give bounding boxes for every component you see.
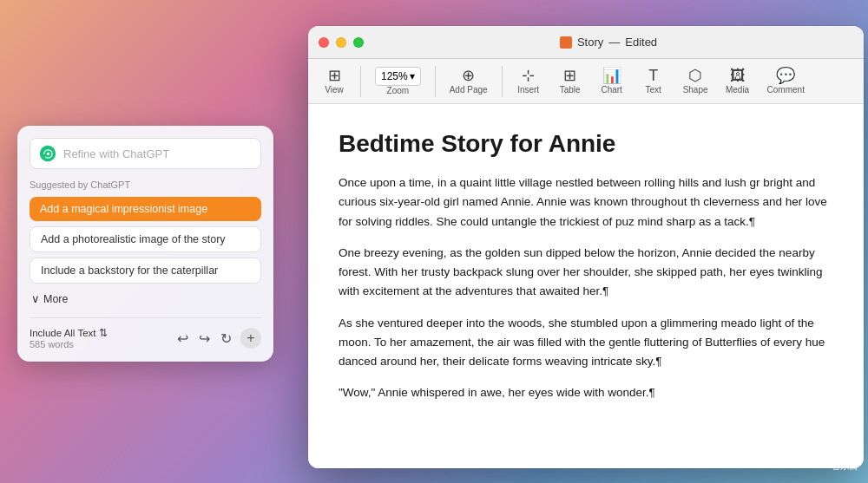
- insert-icon: ⊹: [522, 68, 535, 83]
- shape-icon: ⬡: [688, 68, 702, 83]
- add-icon: +: [247, 330, 254, 346]
- insert-button[interactable]: ⊹ Insert: [510, 64, 548, 98]
- undo-icon: ↩: [177, 330, 188, 347]
- chatgpt-input-row[interactable]: Refine with ChatGPT: [30, 138, 261, 169]
- shape-button[interactable]: ⬡ Shape: [676, 64, 715, 98]
- sort-icon: ⇅: [99, 327, 108, 339]
- redo-button[interactable]: ↪: [197, 329, 212, 349]
- comment-label: Comment: [767, 85, 805, 95]
- chatgpt-input[interactable]: Refine with ChatGPT: [63, 147, 252, 160]
- media-icon: 🖼: [730, 68, 746, 83]
- chatgpt-panel: Refine with ChatGPT Suggested by ChatGPT…: [17, 126, 273, 362]
- zoom-dropdown[interactable]: 125% ▾: [375, 67, 421, 86]
- minimize-button[interactable]: [336, 37, 346, 48]
- table-icon: ⊞: [563, 68, 576, 83]
- suggested-by-label: Suggested by ChatGPT: [30, 179, 261, 190]
- undo-button[interactable]: ↩: [175, 329, 190, 349]
- table-label: Table: [560, 85, 581, 95]
- view-icon: ⊞: [328, 68, 341, 83]
- table-button[interactable]: ⊞ Table: [551, 64, 589, 98]
- suggestion-2-button[interactable]: Add a photorealistic image of the story: [30, 226, 261, 252]
- paragraph-1-text: Once upon a time, in a quaint little vil…: [339, 176, 827, 228]
- add-page-button[interactable]: ⊕ Add Page: [443, 64, 495, 98]
- window-title: Story — Edited: [364, 36, 853, 49]
- media-label: Media: [726, 85, 749, 95]
- zoom-control[interactable]: 125% ▾ Zoom: [368, 63, 428, 99]
- footer-left: Include All Text ⇅ 585 words: [30, 327, 108, 349]
- chart-label: Chart: [601, 85, 621, 95]
- title-separator: —: [608, 36, 620, 49]
- zoom-value: 125%: [381, 70, 408, 82]
- document-area[interactable]: Bedtime Story for Annie Once upon a time…: [308, 104, 864, 468]
- comment-icon: 💬: [776, 68, 795, 83]
- paragraph-4: "Wow," Annie whispered in awe, her eyes …: [339, 383, 833, 402]
- traffic-lights: [319, 37, 364, 48]
- title-bar: Story — Edited: [308, 26, 864, 59]
- chevron-down-icon: ▾: [410, 70, 415, 82]
- paragraph-3-text: As she ventured deeper into the woods, s…: [339, 317, 825, 369]
- include-text-button[interactable]: Include All Text ⇅: [30, 327, 108, 339]
- document-status: Edited: [625, 36, 657, 49]
- toolbar: ⊞ View 125% ▾ Zoom ⊕ Add Page ⊹ Insert ⊞…: [308, 59, 864, 104]
- paragraph-4-text: "Wow," Annie whispered in awe, her eyes …: [339, 386, 655, 399]
- watermark: 智东西: [832, 460, 858, 473]
- insert-label: Insert: [517, 85, 539, 95]
- document-icon: [560, 36, 572, 49]
- more-button[interactable]: ∨ More: [30, 289, 69, 309]
- toolbar-divider-3: [502, 66, 503, 97]
- maximize-button[interactable]: [353, 37, 364, 48]
- document-title-heading: Bedtime Story for Annie: [339, 130, 833, 158]
- footer-actions: ↩ ↪ ↻ +: [175, 328, 261, 349]
- comment-button[interactable]: 💬 Comment: [760, 64, 812, 98]
- chevron-down-icon: ∨: [31, 292, 40, 305]
- chart-button[interactable]: 📊 Chart: [593, 64, 631, 98]
- include-text-label: Include All Text: [30, 328, 96, 338]
- paragraph-3: As she ventured deeper into the woods, s…: [339, 314, 833, 372]
- suggestion-1-button[interactable]: Add a magical impressionist image: [30, 197, 261, 221]
- add-button[interactable]: +: [240, 328, 261, 349]
- view-button[interactable]: ⊞ View: [315, 64, 353, 98]
- paragraph-2-text: One breezy evening, as the golden sun di…: [339, 246, 823, 298]
- refresh-button[interactable]: ↻: [219, 329, 233, 349]
- refresh-icon: ↻: [220, 330, 232, 347]
- toolbar-divider-2: [435, 66, 436, 97]
- shape-label: Shape: [683, 85, 708, 95]
- view-label: View: [325, 85, 344, 95]
- chatgpt-logo-icon: [39, 145, 56, 162]
- toolbar-divider-1: [360, 66, 361, 97]
- suggestion-3-button[interactable]: Include a backstory for the caterpillar: [30, 258, 261, 284]
- text-icon: T: [648, 68, 658, 83]
- paragraph-2: One breezy evening, as the golden sun di…: [339, 244, 833, 302]
- add-page-label: Add Page: [450, 85, 488, 95]
- chart-icon: 📊: [602, 68, 621, 83]
- word-count: 585 words: [30, 339, 108, 349]
- text-label: Text: [645, 85, 661, 95]
- svg-point-1: [47, 153, 49, 155]
- redo-icon: ↪: [199, 330, 210, 347]
- text-button[interactable]: T Text: [635, 64, 673, 98]
- paragraph-1: Once upon a time, in a quaint little vil…: [339, 173, 833, 232]
- pages-window: Story — Edited ⊞ View 125% ▾ Zoom ⊕ Add …: [308, 26, 864, 468]
- media-button[interactable]: 🖼 Media: [719, 64, 757, 98]
- close-button[interactable]: [319, 37, 329, 48]
- more-label: More: [43, 293, 68, 305]
- document-title: Story: [577, 36, 603, 49]
- panel-footer: Include All Text ⇅ 585 words ↩ ↪ ↻ +: [30, 317, 261, 349]
- zoom-label: Zoom: [387, 86, 410, 95]
- add-page-icon: ⊕: [462, 68, 475, 83]
